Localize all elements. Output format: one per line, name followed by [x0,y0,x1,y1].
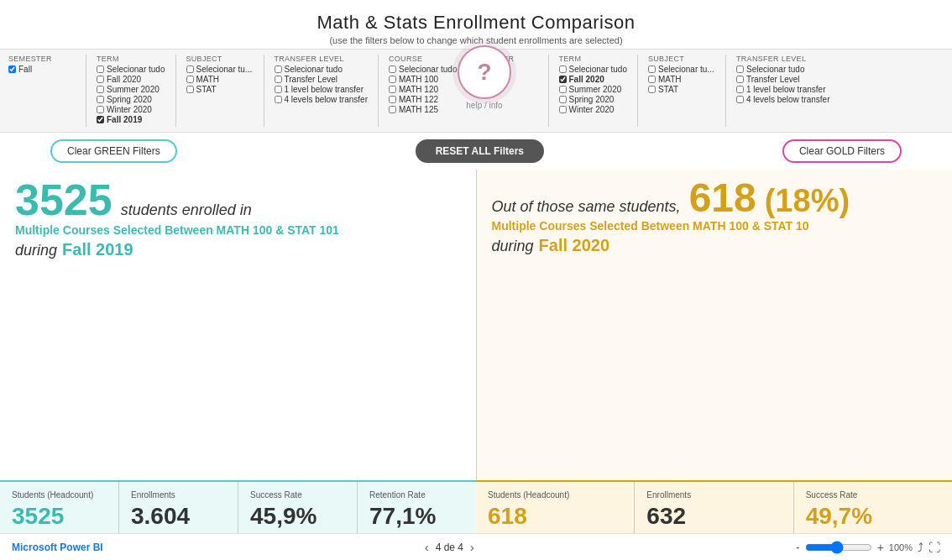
filter-spring2020-left[interactable]: Spring 2020 [97,95,165,104]
checkbox-fall2020-left[interactable] [97,76,104,83]
filter-group-term-left: Term Selecionar tudo Fall 2020 Summer 20… [97,55,165,125]
left-metric-retention-label: Retention Rate [369,490,464,500]
left-metric-enrollments-value: 3.604 [131,503,226,530]
filter-group-term-right: Term Selecionar tudo Fall 2020 Summer 20… [559,55,628,115]
checkbox-spring2020-left[interactable] [97,96,104,103]
filter-winter2020-left[interactable]: Winter 2020 [97,105,165,114]
subject-label-left: Subject [186,55,254,63]
filter-math122-left[interactable]: MATH 122 [389,95,458,104]
left-metric-headcount-value: 3525 [12,503,107,530]
checkbox-fall-left[interactable] [8,65,16,73]
filter-course-selectall-left[interactable]: Selecionar tudo [389,65,458,74]
filter-math100-left[interactable]: MATH 100 [389,75,458,84]
left-during-word: during [15,242,57,259]
left-enrolled-text: students enrolled in [121,201,252,219]
filter-4below-left[interactable]: 4 levels below transfer [275,95,369,104]
checkbox-winter2020-left[interactable] [97,106,104,113]
filter-fall-left[interactable]: Fall [8,65,76,74]
checkbox-math100-left[interactable] [389,76,396,83]
filter-math-left[interactable]: MATH [186,75,254,84]
filter-summer2020-right[interactable]: Summer 2020 [559,85,628,94]
semester-label-left: Semester [8,55,76,63]
filter-group-subject-right: SUBJECT Selecionar tu... MATH STAT [648,55,715,95]
main-content: 3525 students enrolled in Multiple Cours… [0,170,952,480]
filter-transfer-selectall-left[interactable]: Selecionar tudo [275,65,369,74]
checkbox-fall2019-left[interactable] [97,116,104,123]
clear-gold-button[interactable]: Clear GOLD Filters [782,139,902,163]
checkbox-course-selectall-left[interactable] [389,65,396,73]
filter-fall2020-right[interactable]: Fall 2020 [559,75,628,84]
left-metric-success-value: 45,9% [250,503,345,530]
checkbox-transfer-level-right[interactable] [736,76,744,83]
filter-winter2020-right[interactable]: Winter 2020 [559,105,628,114]
filter-group-course-left: Course Selecionar tudo MATH 100 MATH 120… [389,55,458,115]
filter-1below-right[interactable]: 1 level below transfer [736,85,830,94]
checkbox-math122-left[interactable] [389,96,396,103]
checkbox-select-all-subject-left[interactable] [186,65,194,73]
filter-transfer-level-right[interactable]: Transfer Level [736,75,830,84]
question-mark-icon: ? [477,59,491,86]
checkbox-fall2020-right[interactable] [559,76,567,83]
zoom-minus-button[interactable]: - [796,541,800,554]
reset-all-button[interactable]: RESET ALL Filters [416,139,544,163]
divider-5 [548,55,549,127]
filter-select-all-subject-right[interactable]: Selecionar tu... [648,65,715,74]
header: Math & Stats Enrollment Comparison (use … [0,0,952,49]
checkbox-select-all-term-left[interactable] [97,65,104,73]
checkbox-transfer-level-left[interactable] [275,76,282,83]
filter-select-all-subject-left[interactable]: Selecionar tu... [186,65,254,74]
filter-transfer-level-left[interactable]: Transfer Level [275,75,369,84]
filter-stat-left[interactable]: STAT [186,85,254,94]
checkbox-4below-left[interactable] [275,96,282,103]
checkbox-1below-right[interactable] [736,86,744,93]
right-metric-enrollments-value: 632 [646,503,781,530]
left-stat-row: 3525 students enrolled in [15,178,461,222]
checkbox-winter2020-right[interactable] [559,106,567,113]
checkbox-1below-left[interactable] [275,86,282,93]
filter-4below-right[interactable]: 4 levels below transfer [736,95,830,104]
right-term-value: Fall 2020 [539,236,610,255]
filter-fall2019-left[interactable]: Fall 2019 [97,115,165,124]
nav-next-button[interactable]: › [470,541,474,554]
filter-group-transfer-left: Transfer Level Selecionar tudo Transfer … [275,55,369,105]
filter-math120-left[interactable]: MATH 120 [389,85,458,94]
checkbox-transfer-selectall-right[interactable] [736,65,744,73]
checkbox-transfer-selectall-left[interactable] [275,65,282,73]
zoom-plus-button[interactable]: + [877,541,884,554]
filter-summer2020-left[interactable]: Summer 2020 [97,85,165,94]
left-term-value: Fall 2019 [62,240,133,259]
filter-spring2020-right[interactable]: Spring 2020 [559,95,628,104]
left-course-label: Multiple Courses Selected Between MATH 1… [15,223,461,237]
powerbi-link[interactable]: Microsoft Power BI [12,542,103,553]
checkbox-select-all-term-right[interactable] [559,65,567,73]
filter-fall2020-left[interactable]: Fall 2020 [97,75,165,84]
filter-transfer-selectall-right[interactable]: Selecionar tudo [736,65,830,74]
checkbox-math125-left[interactable] [389,106,396,113]
filter-math125-left[interactable]: MATH 125 [389,105,458,114]
clear-green-button[interactable]: Clear GREEN Filters [50,139,177,163]
nav-prev-button[interactable]: ‹ [425,541,429,554]
fullscreen-icon[interactable]: ⛶ [928,541,940,554]
checkbox-spring2020-right[interactable] [559,96,567,103]
right-stat-row: Out of those same students, 618 (18%) [492,178,938,219]
filter-1below-left[interactable]: 1 level below transfer [275,85,369,94]
help-circle-icon[interactable]: ? [458,45,511,99]
help-bubble[interactable]: ? help / info [458,45,511,110]
filter-select-all-term-right[interactable]: Selecionar tudo [559,65,628,74]
button-row: Clear GREEN Filters RESET ALL Filters Cl… [0,133,952,170]
checkbox-summer2020-left[interactable] [97,86,104,93]
checkbox-stat-left[interactable] [186,86,194,93]
checkbox-math120-left[interactable] [389,86,396,93]
filter-select-all-term-left[interactable]: Selecionar tudo [97,65,165,74]
filter-stat-right[interactable]: STAT [648,85,715,94]
zoom-slider[interactable] [805,541,872,554]
filter-math-right[interactable]: MATH [648,75,715,84]
checkbox-4below-right[interactable] [736,96,744,103]
checkbox-select-all-subject-right[interactable] [648,65,656,73]
right-big-number: 618 [689,178,756,218]
checkbox-math-right[interactable] [648,76,656,83]
checkbox-summer2020-right[interactable] [559,86,567,93]
checkbox-stat-right[interactable] [648,86,656,93]
checkbox-math-left[interactable] [186,76,194,83]
share-icon[interactable]: ⤴ [918,541,923,554]
